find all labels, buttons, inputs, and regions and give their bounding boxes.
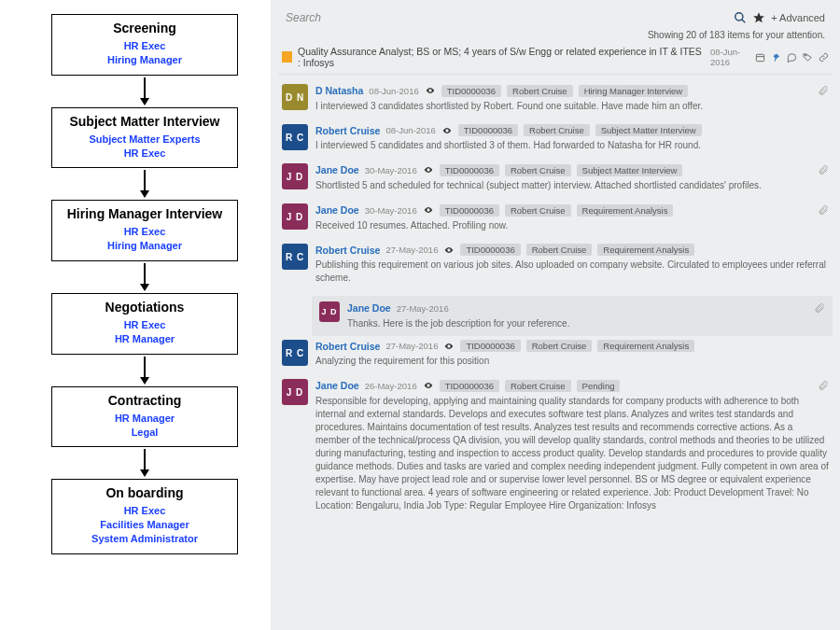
post-tag[interactable]: TID0000036	[440, 204, 499, 217]
post-text: I interviewed 3 candidates shortlisted b…	[315, 100, 829, 113]
status-row: Showing 20 of 183 items for your attenti…	[278, 30, 833, 44]
pin-icon[interactable]	[771, 52, 781, 63]
attachment-icon[interactable]	[818, 203, 829, 217]
avatar[interactable]: J D	[282, 163, 308, 189]
post-author[interactable]: Robert Cruise	[315, 245, 380, 256]
star-icon[interactable]	[752, 11, 765, 24]
flow-step-roles: HR ExecHR Manager	[60, 318, 230, 346]
link-icon[interactable]	[819, 52, 829, 63]
calendar-icon[interactable]	[755, 52, 765, 63]
post-header: Robert Cruise27-May-2016TID0000036Robert…	[315, 244, 829, 256]
avatar[interactable]: J D	[282, 203, 308, 230]
flow-arrow	[47, 355, 243, 386]
search-input[interactable]: Search	[286, 11, 728, 24]
visibility-icon[interactable]	[425, 86, 436, 95]
reply: J DJane Doe27-May-2016Thanks. Here is th…	[312, 296, 833, 336]
attachment-icon[interactable]	[818, 84, 829, 97]
post-tag[interactable]: Subject Matter Interview	[595, 124, 702, 136]
avatar[interactable]: R C	[282, 244, 308, 270]
visibility-icon[interactable]	[423, 205, 434, 215]
post-text: Received 10 resumes. Attached. Profiling…	[315, 219, 829, 232]
post-tag[interactable]: Pending	[577, 380, 621, 392]
visibility-icon[interactable]	[441, 126, 453, 135]
post-author[interactable]: Robert Cruise	[315, 125, 380, 136]
post-tag[interactable]: Robert Cruise	[507, 85, 573, 97]
visibility-icon[interactable]	[443, 342, 455, 351]
post-tag[interactable]: TID0000036	[441, 85, 501, 97]
visibility-icon[interactable]	[423, 381, 434, 390]
flow-step-title: Subject Matter Interview	[60, 114, 230, 129]
post-body: Robert Cruise08-Jun-2016TID0000036Robert…	[315, 124, 829, 152]
post-tag[interactable]: Robert Cruise	[505, 204, 571, 217]
avatar[interactable]: J D	[319, 301, 340, 322]
post-date: 26-May-2016	[365, 381, 417, 391]
flow-step-title: On boarding	[60, 485, 230, 500]
post-author[interactable]: Jane Doe	[315, 380, 359, 391]
post-tag[interactable]: Robert Cruise	[526, 244, 593, 256]
post-tag[interactable]: Robert Cruise	[526, 340, 593, 352]
post-author[interactable]: Jane Doe	[347, 302, 391, 314]
post-header: Robert Cruise27-May-2016TID0000036Robert…	[315, 340, 829, 352]
flow-arrow	[47, 447, 243, 479]
avatar[interactable]: R C	[282, 340, 308, 366]
post-tag[interactable]: TID0000036	[458, 124, 518, 136]
svg-point-6	[429, 90, 431, 91]
feed-post: D ND Natasha08-Jun-2016TID0000036Robert …	[278, 80, 833, 120]
post-tag[interactable]: Requirement Analysis	[597, 244, 694, 256]
post-date: 08-Jun-2016	[385, 125, 435, 135]
visibility-icon[interactable]	[443, 245, 455, 255]
visibility-icon[interactable]	[423, 165, 434, 175]
svg-point-12	[427, 385, 429, 386]
flow-step: ContractingHR ManagerLegal	[51, 386, 238, 448]
post-text: Analyzing the requirement for this posit…	[315, 355, 829, 368]
svg-point-8	[427, 169, 429, 171]
post-text: Publishing this requirement on various j…	[315, 259, 829, 285]
advanced-link[interactable]: + Advanced	[771, 12, 825, 23]
flow-step-title: Hiring Manager Interview	[60, 206, 230, 221]
post-tag[interactable]: TID0000036	[440, 380, 499, 392]
avatar[interactable]: J D	[282, 379, 308, 405]
post-body: Jane Doe30-May-2016TID0000036Robert Crui…	[315, 163, 829, 192]
post-date: 27-May-2016	[385, 245, 438, 255]
avatar[interactable]: D N	[282, 84, 308, 110]
post-author[interactable]: D Natasha	[315, 85, 363, 96]
feed-post: J DJane Doe30-May-2016TID0000036Robert C…	[278, 160, 833, 200]
post-header: D Natasha08-Jun-2016TID0000036Robert Cru…	[315, 84, 829, 97]
post-tag[interactable]: Requirement Analysis	[597, 340, 694, 352]
comment-icon[interactable]	[787, 52, 797, 63]
post-text: Thanks. Here is the job description for …	[347, 317, 825, 330]
post-date: 30-May-2016	[365, 205, 417, 216]
post-tag[interactable]: Robert Cruise	[505, 380, 571, 392]
post-tag[interactable]: TID0000036	[460, 244, 520, 256]
attachment-icon[interactable]	[814, 301, 825, 315]
post-tag[interactable]: Subject Matter Interview	[577, 164, 683, 176]
flow-step-roles: HR ExecHiring Manager	[60, 225, 230, 253]
post-header: Robert Cruise08-Jun-2016TID0000036Robert…	[315, 124, 829, 136]
post-tag[interactable]: Robert Cruise	[505, 164, 571, 176]
post-tag[interactable]: Requirement Analysis	[577, 204, 674, 217]
post-body: D Natasha08-Jun-2016TID0000036Robert Cru…	[315, 84, 829, 113]
post-tag[interactable]: Hiring Manager Interview	[579, 85, 689, 97]
attachment-icon[interactable]	[818, 379, 829, 392]
post-body: Jane Doe26-May-2016TID0000036Robert Crui…	[315, 379, 829, 512]
search-icon[interactable]	[734, 11, 747, 24]
post-tag[interactable]: TID0000036	[460, 340, 520, 352]
flow-step: NegotiationsHR ExecHR Manager	[51, 293, 238, 355]
flow-step-roles: HR ManagerLegal	[60, 412, 230, 440]
avatar[interactable]: R C	[282, 124, 308, 150]
flow-arrow	[47, 76, 243, 107]
attachment-icon[interactable]	[818, 163, 829, 176]
post-author[interactable]: Jane Doe	[315, 204, 359, 216]
post-date: 30-May-2016	[365, 165, 417, 175]
flow-step-roles: HR ExecHiring Manager	[60, 39, 230, 67]
svg-point-5	[805, 54, 806, 55]
post-tag[interactable]: TID0000036	[440, 164, 499, 176]
post-author[interactable]: Robert Cruise	[315, 341, 380, 352]
post-tag[interactable]: Robert Cruise	[524, 124, 590, 136]
tag-icon[interactable]	[803, 52, 813, 63]
flow-arrow	[47, 168, 243, 200]
advanced-label: Advanced	[779, 12, 825, 23]
post-author[interactable]: Jane Doe	[315, 164, 359, 175]
svg-point-9	[427, 209, 429, 211]
activity-feed-panel: Search + Advanced Showing 20 of 183 item…	[271, 0, 840, 630]
